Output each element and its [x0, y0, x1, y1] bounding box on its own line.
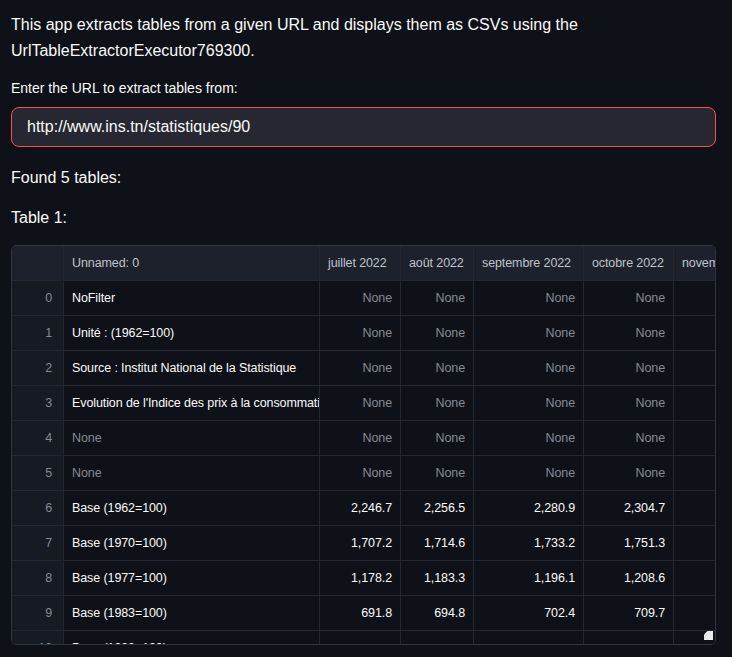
table-cell[interactable]: 2,304.7 [584, 491, 674, 526]
table-cell[interactable]: Base (1983=100) [64, 596, 320, 631]
table-cell[interactable]: None [474, 281, 584, 316]
table-cell[interactable] [674, 491, 716, 526]
table-cell[interactable] [320, 631, 401, 645]
table-cell[interactable]: Base (1962=100) [64, 491, 320, 526]
table-cell[interactable]: 1,751.3 [584, 526, 674, 561]
row-index: 1 [12, 316, 64, 351]
table-cell[interactable]: 1,707.2 [320, 526, 401, 561]
dataframe-table: Unnamed: 0juillet 2022août 2022septembre… [12, 246, 716, 645]
table-cell[interactable]: 1,714.6 [401, 526, 474, 561]
table-cell[interactable]: None [320, 421, 401, 456]
table-cell[interactable]: None [474, 421, 584, 456]
table-row: 7Base (1970=100)1,707.21,714.61,733.21,7… [12, 526, 716, 561]
app-description: This app extracts tables from a given UR… [11, 12, 716, 64]
table-cell[interactable]: None [320, 386, 401, 421]
table-cell[interactable]: None [584, 316, 674, 351]
dataframe-body: 0NoFilterNoneNoneNoneNone1Unité : (1962=… [12, 281, 716, 645]
table-cell[interactable] [674, 351, 716, 386]
url-input[interactable] [11, 107, 716, 147]
row-index: 2 [12, 351, 64, 386]
row-index: 7 [12, 526, 64, 561]
table-cell[interactable]: None [401, 351, 474, 386]
table-cell[interactable]: 2,280.9 [474, 491, 584, 526]
table-cell[interactable]: 691.8 [320, 596, 401, 631]
table-row: 1Unité : (1962=100)NoneNoneNoneNone [12, 316, 716, 351]
table-cell[interactable] [401, 631, 474, 645]
table-cell[interactable]: 694.8 [401, 596, 474, 631]
table-cell[interactable]: None [474, 456, 584, 491]
table-cell[interactable]: None [584, 386, 674, 421]
table-cell[interactable]: None [64, 421, 320, 456]
column-header[interactable]: novembre 2022 [674, 246, 716, 281]
table-cell[interactable]: None [401, 456, 474, 491]
table-cell[interactable]: 709.7 [584, 596, 674, 631]
table-row: 8Base (1977=100)1,178.21,183.31,196.11,2… [12, 561, 716, 596]
table-cell[interactable]: None [584, 351, 674, 386]
table-cell[interactable]: None [401, 386, 474, 421]
table-row: 0NoFilterNoneNoneNoneNone [12, 281, 716, 316]
row-index: 0 [12, 281, 64, 316]
table-cell[interactable] [674, 281, 716, 316]
table-cell[interactable]: Base (1970=100) [64, 526, 320, 561]
table-row: 6Base (1962=100)2,246.72,256.52,280.92,3… [12, 491, 716, 526]
table-cell[interactable]: 1,178.2 [320, 561, 401, 596]
row-index: 9 [12, 596, 64, 631]
table-cell[interactable]: None [401, 281, 474, 316]
table-cell[interactable]: Base (1990=100) [64, 631, 320, 645]
column-header[interactable]: octobre 2022 [584, 246, 674, 281]
table-cell[interactable]: None [64, 456, 320, 491]
table-cell[interactable]: Evolution de l'Indice des prix à la cons… [64, 386, 320, 421]
table-cell[interactable]: None [320, 456, 401, 491]
column-header[interactable]: juillet 2022 [320, 246, 401, 281]
table-cell[interactable]: 1,196.1 [474, 561, 584, 596]
table-cell[interactable] [474, 631, 584, 645]
table-cell[interactable]: None [401, 421, 474, 456]
table-cell[interactable] [674, 386, 716, 421]
table-cell[interactable] [674, 561, 716, 596]
row-index: 6 [12, 491, 64, 526]
row-index: 5 [12, 456, 64, 491]
table-cell[interactable]: NoFilter [64, 281, 320, 316]
table-cell[interactable]: None [401, 316, 474, 351]
table-cell[interactable]: None [474, 386, 584, 421]
url-input-label: Enter the URL to extract tables from: [11, 80, 716, 97]
table-cell[interactable]: None [474, 351, 584, 386]
index-column-header[interactable] [12, 246, 64, 281]
table-cell[interactable]: None [584, 456, 674, 491]
dataframe[interactable]: Unnamed: 0juillet 2022août 2022septembre… [11, 245, 716, 645]
table-row: 3Evolution de l'Indice des prix à la con… [12, 386, 716, 421]
table-cell[interactable]: None [584, 421, 674, 456]
column-header[interactable]: août 2022 [401, 246, 474, 281]
table-cell[interactable]: Source : Institut National de la Statist… [64, 351, 320, 386]
row-index: 4 [12, 421, 64, 456]
table-cell[interactable]: None [320, 351, 401, 386]
table-cell[interactable] [674, 526, 716, 561]
table-cell[interactable]: None [320, 316, 401, 351]
table-cell[interactable] [674, 316, 716, 351]
header-row: Unnamed: 0juillet 2022août 2022septembre… [12, 246, 716, 281]
table-cell[interactable]: Base (1977=100) [64, 561, 320, 596]
dataframe-header: Unnamed: 0juillet 2022août 2022septembre… [12, 246, 716, 281]
app-container: This app extracts tables from a given UR… [0, 0, 732, 645]
table-row: 2Source : Institut National de la Statis… [12, 351, 716, 386]
table-row: 9Base (1983=100)691.8694.8702.4709.7 [12, 596, 716, 631]
row-index: 3 [12, 386, 64, 421]
table-row: 4NoneNoneNoneNoneNone [12, 421, 716, 456]
table-cell[interactable]: 2,246.7 [320, 491, 401, 526]
column-header[interactable]: septembre 2022 [474, 246, 584, 281]
table-cell[interactable] [584, 631, 674, 645]
table-cell[interactable]: 1,183.3 [401, 561, 474, 596]
table-cell[interactable]: 702.4 [474, 596, 584, 631]
table-cell[interactable]: None [320, 281, 401, 316]
table-cell[interactable]: 1,733.2 [474, 526, 584, 561]
table-cell[interactable]: 1,208.6 [584, 561, 674, 596]
table-cell[interactable] [674, 421, 716, 456]
table-cell[interactable]: 2,256.5 [401, 491, 474, 526]
table-row: 5NoneNoneNoneNoneNone [12, 456, 716, 491]
table-cell[interactable]: Unité : (1962=100) [64, 316, 320, 351]
table-cell[interactable]: None [474, 316, 584, 351]
table-cell[interactable] [674, 596, 716, 631]
table-cell[interactable] [674, 456, 716, 491]
table-cell[interactable]: None [584, 281, 674, 316]
column-header[interactable]: Unnamed: 0 [64, 246, 320, 281]
